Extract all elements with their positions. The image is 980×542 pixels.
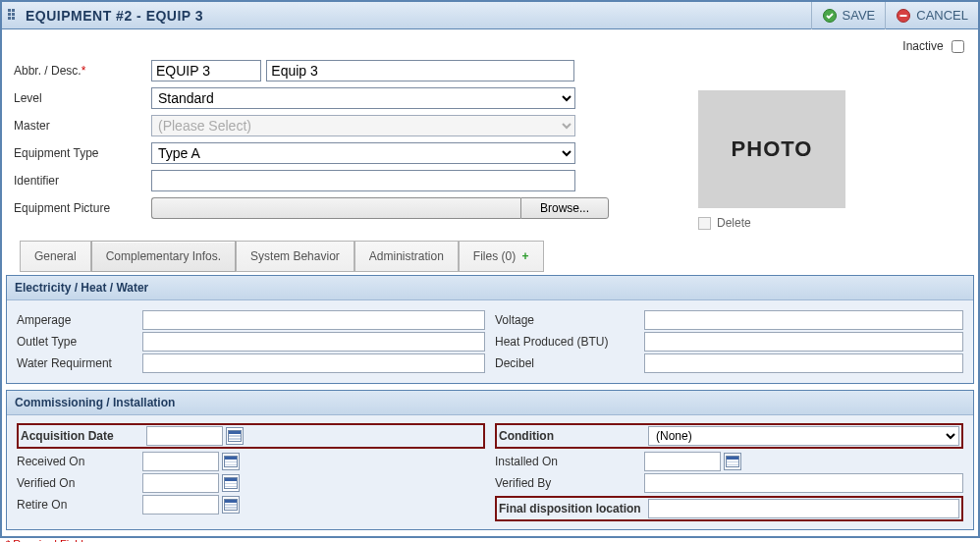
- master-label: Master: [14, 112, 151, 139]
- calendar-icon[interactable]: [724, 453, 741, 470]
- equipment-dialog: EQUIPMENT #2 - EQUIP 3 SAVE CANCEL Inact…: [0, 0, 980, 538]
- tab-system-behavior[interactable]: System Behavior: [236, 241, 354, 272]
- equipment-type-label: Equipment Type: [14, 139, 151, 167]
- voltage-label: Voltage: [495, 313, 644, 327]
- photo-delete-row: Delete: [698, 216, 845, 230]
- tab-general[interactable]: General: [20, 241, 91, 272]
- delete-checkbox[interactable]: [698, 217, 711, 230]
- verified-by-label: Verified By: [495, 476, 644, 490]
- condition-label: Condition: [499, 429, 648, 443]
- tab-files[interactable]: Files (0) +: [459, 241, 544, 272]
- voltage-input[interactable]: [644, 310, 963, 330]
- abbr-desc-label: Abbr. / Desc.*: [14, 57, 151, 84]
- window-title: EQUIPMENT #2 - EQUIP 3: [26, 8, 203, 24]
- tab-complementary[interactable]: Complementary Infos.: [91, 241, 236, 272]
- condition-select[interactable]: (None): [648, 426, 959, 446]
- calendar-icon[interactable]: [222, 496, 240, 514]
- equipment-picture-label: Equipment Picture: [14, 194, 151, 222]
- calendar-icon[interactable]: [226, 427, 244, 445]
- installed-on-label: Installed On: [495, 455, 644, 468]
- panel-electricity-heat-water: Electricity / Heat / Water Amperage Outl…: [6, 275, 974, 384]
- outlet-type-label: Outlet Type: [17, 335, 142, 349]
- decibel-input[interactable]: [644, 353, 963, 373]
- form-body: PHOTO Delete Abbr. / Desc.* Level: [2, 29, 978, 275]
- installed-on-input[interactable]: [644, 452, 721, 471]
- decibel-label: Decibel: [495, 356, 644, 370]
- received-on-label: Received On: [17, 455, 142, 468]
- amperage-input[interactable]: [142, 310, 485, 330]
- acquisition-date-row: Acquisition Date: [17, 423, 485, 449]
- titlebar: EQUIPMENT #2 - EQUIP 3 SAVE CANCEL: [2, 2, 978, 29]
- equipment-type-select[interactable]: Type A: [151, 142, 575, 164]
- final-disposition-input[interactable]: [648, 499, 959, 518]
- heat-btu-label: Heat Produced (BTU): [495, 335, 644, 349]
- photo-placeholder: PHOTO: [698, 90, 845, 208]
- cancel-circle-icon: [896, 8, 911, 24]
- required-fields-note: * Required Fields: [2, 536, 978, 542]
- identifier-input[interactable]: [151, 170, 575, 191]
- desc-input[interactable]: [266, 60, 574, 81]
- level-label: Level: [14, 84, 151, 112]
- acquisition-date-input[interactable]: [146, 426, 223, 446]
- calendar-icon[interactable]: [222, 474, 240, 492]
- identifier-label: Identifier: [14, 167, 151, 194]
- tab-strip: General Complementary Infos. System Beha…: [14, 240, 966, 271]
- verified-on-label: Verified On: [17, 476, 142, 490]
- amperage-label: Amperage: [17, 313, 142, 327]
- verified-on-input[interactable]: [142, 473, 219, 493]
- cancel-label: CANCEL: [916, 8, 968, 23]
- svg-rect-2: [900, 15, 907, 17]
- water-requirment-label: Water Requirment: [17, 356, 142, 370]
- level-select[interactable]: Standard: [151, 87, 575, 109]
- plus-icon: +: [522, 249, 529, 263]
- water-requirment-input[interactable]: [142, 353, 485, 373]
- cancel-button[interactable]: CANCEL: [885, 2, 978, 29]
- retire-on-label: Retire On: [17, 498, 142, 512]
- main-form: Abbr. / Desc.* Level Standard Master: [14, 57, 789, 222]
- acquisition-date-label: Acquisition Date: [21, 429, 146, 443]
- final-disposition-label: Final disposition location: [499, 502, 648, 515]
- photo-block: PHOTO Delete: [698, 90, 845, 230]
- panel-commissioning-installation: Commissioning / Installation Acquisition…: [6, 390, 974, 530]
- delete-label: Delete: [717, 216, 751, 230]
- tab-administration[interactable]: Administration: [354, 241, 459, 272]
- browse-button[interactable]: Browse...: [520, 197, 609, 219]
- received-on-input[interactable]: [142, 452, 219, 471]
- abbr-input[interactable]: [151, 60, 261, 81]
- panel-ehw-header: Electricity / Heat / Water: [7, 276, 973, 300]
- final-disposition-row: Final disposition location: [495, 496, 963, 521]
- tab-files-label: Files (0): [473, 249, 516, 263]
- save-label: SAVE: [843, 8, 876, 23]
- master-select: (Please Select): [151, 115, 575, 136]
- picture-path: [151, 197, 520, 219]
- condition-row: Condition (None): [495, 423, 963, 449]
- outlet-type-input[interactable]: [142, 332, 485, 352]
- save-button[interactable]: SAVE: [811, 2, 886, 29]
- heat-btu-input[interactable]: [644, 332, 963, 352]
- panel-ci-header: Commissioning / Installation: [7, 391, 973, 415]
- calendar-icon[interactable]: [222, 453, 240, 470]
- grip-icon: [8, 9, 20, 23]
- retire-on-input[interactable]: [142, 495, 219, 515]
- tab-content: Electricity / Heat / Water Amperage Outl…: [2, 275, 978, 530]
- verified-by-input[interactable]: [644, 473, 963, 493]
- check-circle-icon: [822, 8, 838, 24]
